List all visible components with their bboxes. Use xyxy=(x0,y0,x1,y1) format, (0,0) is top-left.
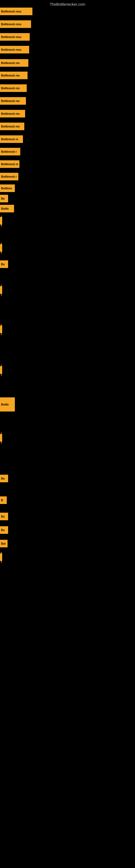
vertical-line xyxy=(1,324,2,335)
bar-item[interactable]: Bottlene xyxy=(0,184,15,192)
bar-label: Bottleneck re xyxy=(0,160,19,168)
bar-label: Bo xyxy=(0,513,8,520)
vertical-line xyxy=(1,243,2,254)
bar-label: Bo xyxy=(0,526,8,534)
vertical-line xyxy=(1,216,2,226)
bar-item[interactable]: Bot xyxy=(0,540,8,547)
bar-item[interactable]: Bottleneck re xyxy=(0,160,19,168)
bar-label: Bottleneck res xyxy=(0,72,28,79)
bar-item[interactable]: Bottleneck res xyxy=(0,110,25,118)
bar-label: Bottleneck res xyxy=(0,59,28,67)
bar-item[interactable]: Bo xyxy=(0,195,8,203)
bar-item[interactable]: Bottleneck r xyxy=(0,173,18,180)
bar-label: Bo xyxy=(0,260,8,268)
bar-item[interactable]: Bottleneck res xyxy=(0,123,24,130)
vertical-line xyxy=(1,365,2,376)
vertical-line xyxy=(1,285,2,296)
bar-label: Bottleneck resu xyxy=(0,46,29,54)
bar-label: Bottlene xyxy=(0,184,15,192)
bar-label: B xyxy=(0,496,7,504)
bar-item[interactable]: Bottleneck resu xyxy=(0,20,31,28)
bar-label: Bo xyxy=(0,195,8,203)
bar-item[interactable]: Bottleneck res xyxy=(0,97,26,105)
bar-item[interactable]: Bo xyxy=(0,260,8,268)
bar-label: Bottleneck res xyxy=(0,123,24,130)
bar-item[interactable]: Bo xyxy=(0,475,8,482)
bar-label: Bottle xyxy=(0,397,15,411)
bar-item[interactable]: Bottleneck re xyxy=(0,135,23,143)
bar-label: Bottleneck res xyxy=(0,110,25,118)
bar-item[interactable]: Bottleneck resu xyxy=(0,46,29,54)
bar-item[interactable]: B xyxy=(0,496,7,504)
bar-label: Bottleneck r xyxy=(0,148,20,155)
bar-label: Bottleneck resu xyxy=(0,20,31,28)
bar-item[interactable]: Bottleneck resu xyxy=(0,33,30,41)
bar-label: Bottleneck resu xyxy=(0,8,32,15)
bar-label: Bottleneck resu xyxy=(0,33,30,41)
bar-label: Bo xyxy=(0,475,8,482)
bar-label: Bottleneck re xyxy=(0,135,23,143)
bar-item[interactable]: Bottleneck res xyxy=(0,84,27,92)
bar-item[interactable]: Bo xyxy=(0,513,8,520)
bar-item[interactable]: Bottleneck res xyxy=(0,59,28,67)
bar-item[interactable]: Bottleneck res xyxy=(0,72,28,79)
bar-item[interactable]: Bottleneck r xyxy=(0,148,20,155)
vertical-line xyxy=(1,433,2,443)
bar-label: Bottleneck res xyxy=(0,97,26,105)
vertical-line xyxy=(1,552,2,563)
bar-label: Bottle xyxy=(0,205,14,212)
bar-label: Bot xyxy=(0,540,8,547)
bar-label: Bottleneck res xyxy=(0,84,27,92)
bar-item[interactable]: Bottle xyxy=(0,205,14,212)
bar-item[interactable]: Bottle xyxy=(0,397,15,411)
bar-label: Bottleneck r xyxy=(0,173,18,180)
bar-item[interactable]: Bottleneck resu xyxy=(0,8,32,15)
bar-item[interactable]: Bo xyxy=(0,526,8,534)
